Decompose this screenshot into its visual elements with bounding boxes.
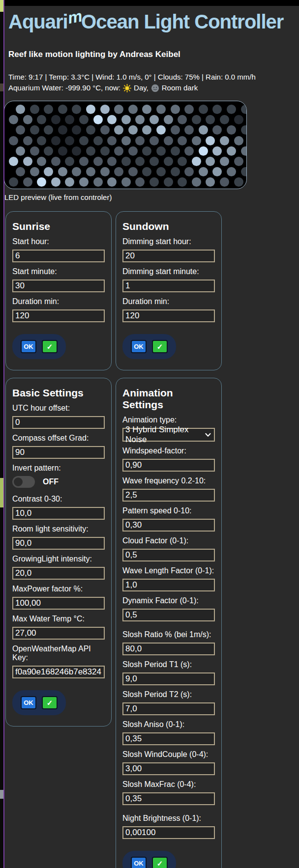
led-dot [142,125,151,135]
led-dot [128,125,138,135]
max-water-temp[interactable] [12,627,105,640]
invert-pattern[interactable] [12,476,35,488]
left-edge-artifact [0,0,3,12]
led-dot [114,105,123,114]
page-subtitle: Reef like motion lighting by Andreas Kei… [4,33,299,59]
animation-type[interactable]: 3 Hybrid Simplex Noise [122,428,215,442]
sundown-confirm-check-icon[interactable]: ✓ [152,340,168,353]
animation-settings-panel: Animation Settings Animation type: 3 Hyb… [116,378,222,868]
field: Dimming start hour: [122,237,215,262]
led-dot [206,177,215,187]
led-dot [107,157,117,166]
field-label: Contrast 0-30: [12,495,105,504]
led-dot [192,157,201,166]
animation-ok-button[interactable]: OK [131,857,147,868]
led-dot [142,146,151,156]
sundown-dimming-start-hour[interactable] [122,250,215,262]
led-dot [107,136,117,145]
led-dot [212,105,222,114]
basic-ok-button[interactable]: OK [21,696,36,709]
slosh-aniso[interactable] [122,732,215,745]
sundown-dimming-start-minute[interactable] [122,280,215,292]
led-dot [184,167,194,176]
basic-confirm-check-icon[interactable]: ✓ [42,696,58,709]
led-dot [30,167,39,176]
compass-offset-grad[interactable] [12,446,105,459]
field: Slosh Period T2 (s): [122,690,215,715]
growinglight-intensity[interactable] [12,567,105,580]
led-dot [241,105,247,114]
cloud-factor[interactable] [122,549,215,561]
field: Animation type: 3 Hybrid Simplex Noise [122,416,215,442]
slosh-maxfrac[interactable] [122,792,215,805]
led-dot [65,136,74,145]
room-light-sensitivity[interactable] [12,537,105,550]
led-dot [156,125,166,135]
led-dot [220,177,229,187]
wave-length-factor[interactable] [122,579,215,591]
animation-confirm-check-icon[interactable]: ✓ [152,857,168,868]
field: Slosh Aniso (0-1): [122,720,215,745]
slosh-windcouple[interactable] [122,762,215,775]
slosh-period-t2[interactable] [122,702,215,715]
field-label: Invert pattern: [12,464,105,473]
sunrise-duration-min[interactable] [12,309,105,322]
windspeed-factor[interactable] [122,459,215,472]
sunrise-panel: Sunrise Start hour: Start minute: Durati… [5,211,112,370]
slosh-period-t1[interactable] [122,672,215,685]
led-dot [16,105,25,114]
sunrise-confirm-check-icon[interactable]: ✓ [42,340,58,353]
led-preview-caption: LED preview (live from controler) [4,189,299,201]
utc-hour-offset[interactable] [12,416,105,429]
sundown-duration-min[interactable] [122,309,215,322]
basic-settings-panel: Basic Settings UTC hour offset: Compass … [5,378,112,727]
led-dot [227,167,236,176]
led-dot [65,115,74,124]
led-dot [164,157,173,166]
field: GrowingLight intensity: [12,555,105,580]
field-label: Windspeed-factor: [122,447,215,455]
field-label: GrowingLight intensity: [12,555,105,563]
led-dot [23,157,32,166]
pattern-speed[interactable] [122,519,215,532]
led-dot [150,115,159,124]
basic-settings-title: Basic Settings [12,387,105,399]
moon-face-icon [151,84,159,92]
led-dot [156,146,166,156]
field-label: Dynamix Factor (0-1): [122,596,215,605]
animation-settings-title: Animation Settings [122,387,215,411]
maxpower-factor[interactable] [12,597,105,610]
sunrise-start-minute[interactable] [12,280,105,292]
openweathermap-api-key[interactable] [12,666,105,678]
field-label: Wave frequency 0.2-10: [122,476,215,485]
led-dot [23,177,32,187]
field-label: MaxPower factor %: [12,585,105,593]
slosh-ratio[interactable] [122,643,215,655]
field-label: Slosh Ratio % (bei 1m/s): [122,630,215,639]
field-label: UTC hour offset: [12,404,105,413]
led-dot [220,136,229,145]
led-dot [51,136,60,145]
led-dot [58,146,67,156]
contrast[interactable] [12,507,105,520]
led-dot [51,115,60,124]
field-label: Animation type: [122,416,215,424]
led-dot [128,167,138,176]
sunrise-ok-button[interactable]: OK [21,340,36,353]
led-dot [192,115,201,124]
sundown-ok-button[interactable]: OK [131,340,147,353]
wave-frequency[interactable] [122,489,215,502]
dynamix-factor[interactable] [122,609,215,621]
field-label: Cloud Factor (0-1): [122,536,215,545]
night-brightness[interactable] [122,826,215,839]
led-dot [178,177,187,187]
led-dot [164,136,173,145]
led-dot [164,115,173,124]
field: OpenWeatherMap API Key: [12,644,105,678]
left-edge-gutter [0,0,3,868]
sunrise-start-hour[interactable] [12,250,105,262]
led-dot [79,115,89,124]
led-dot [107,177,117,187]
led-dot [184,105,194,114]
led-dot [142,167,151,176]
